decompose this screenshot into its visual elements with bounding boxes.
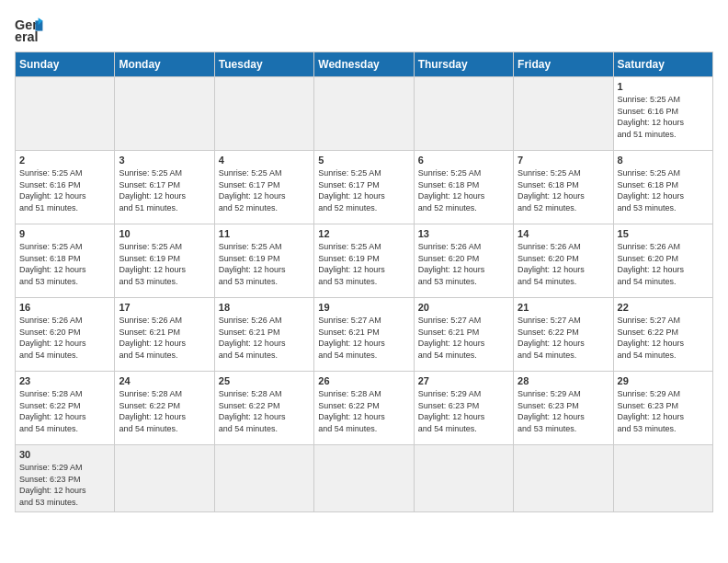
day-number: 8 bbox=[618, 155, 709, 166]
day-info: Sunrise: 5:26 AM Sunset: 6:21 PM Dayligh… bbox=[219, 315, 310, 361]
day-info: Sunrise: 5:29 AM Sunset: 6:23 PM Dayligh… bbox=[518, 388, 609, 434]
day-info: Sunrise: 5:27 AM Sunset: 6:22 PM Dayligh… bbox=[618, 315, 709, 361]
calendar-cell: 29Sunrise: 5:29 AM Sunset: 6:23 PM Dayli… bbox=[613, 372, 712, 445]
calendar-cell: 22Sunrise: 5:27 AM Sunset: 6:22 PM Dayli… bbox=[613, 298, 712, 372]
day-number: 9 bbox=[19, 228, 110, 239]
calendar-cell: 3Sunrise: 5:25 AM Sunset: 6:17 PM Daylig… bbox=[115, 151, 214, 224]
calendar-cell: 5Sunrise: 5:25 AM Sunset: 6:17 PM Daylig… bbox=[314, 151, 414, 224]
calendar-cell bbox=[214, 77, 313, 151]
calendar-cell: 7Sunrise: 5:25 AM Sunset: 6:18 PM Daylig… bbox=[514, 151, 613, 224]
day-info: Sunrise: 5:28 AM Sunset: 6:22 PM Dayligh… bbox=[119, 388, 210, 434]
day-info: Sunrise: 5:26 AM Sunset: 6:20 PM Dayligh… bbox=[618, 241, 709, 287]
calendar-week-row: 23Sunrise: 5:28 AM Sunset: 6:22 PM Dayli… bbox=[16, 372, 713, 445]
calendar-cell bbox=[16, 77, 115, 151]
logo: Gen eral bbox=[15, 15, 48, 44]
day-info: Sunrise: 5:26 AM Sunset: 6:20 PM Dayligh… bbox=[418, 241, 509, 287]
calendar-cell: 11Sunrise: 5:25 AM Sunset: 6:19 PM Dayli… bbox=[214, 224, 313, 298]
weekday-header-thursday: Thursday bbox=[414, 52, 513, 77]
day-info: Sunrise: 5:27 AM Sunset: 6:22 PM Dayligh… bbox=[518, 315, 609, 361]
calendar-cell bbox=[115, 445, 214, 512]
day-info: Sunrise: 5:25 AM Sunset: 6:16 PM Dayligh… bbox=[618, 94, 709, 140]
calendar-cell: 24Sunrise: 5:28 AM Sunset: 6:22 PM Dayli… bbox=[115, 372, 214, 445]
day-number: 29 bbox=[618, 375, 709, 386]
day-number: 4 bbox=[219, 155, 310, 166]
day-number: 27 bbox=[418, 375, 509, 386]
day-number: 1 bbox=[618, 81, 709, 92]
weekday-header-tuesday: Tuesday bbox=[214, 52, 313, 77]
calendar-week-row: 2Sunrise: 5:25 AM Sunset: 6:16 PM Daylig… bbox=[16, 151, 713, 224]
day-info: Sunrise: 5:29 AM Sunset: 6:23 PM Dayligh… bbox=[418, 388, 509, 434]
calendar-cell: 15Sunrise: 5:26 AM Sunset: 6:20 PM Dayli… bbox=[613, 224, 712, 298]
calendar-cell: 16Sunrise: 5:26 AM Sunset: 6:20 PM Dayli… bbox=[16, 298, 115, 372]
day-info: Sunrise: 5:25 AM Sunset: 6:16 PM Dayligh… bbox=[19, 167, 110, 213]
day-number: 10 bbox=[119, 228, 210, 239]
day-number: 19 bbox=[318, 302, 409, 313]
calendar-cell bbox=[514, 445, 613, 512]
day-info: Sunrise: 5:26 AM Sunset: 6:21 PM Dayligh… bbox=[119, 315, 210, 361]
weekday-header-friday: Friday bbox=[514, 52, 613, 77]
calendar-week-row: 16Sunrise: 5:26 AM Sunset: 6:20 PM Dayli… bbox=[16, 298, 713, 372]
calendar-cell: 23Sunrise: 5:28 AM Sunset: 6:22 PM Dayli… bbox=[16, 372, 115, 445]
day-info: Sunrise: 5:25 AM Sunset: 6:19 PM Dayligh… bbox=[219, 241, 310, 287]
calendar-cell bbox=[115, 77, 214, 151]
calendar-cell: 4Sunrise: 5:25 AM Sunset: 6:17 PM Daylig… bbox=[214, 151, 313, 224]
calendar-cell: 12Sunrise: 5:25 AM Sunset: 6:19 PM Dayli… bbox=[314, 224, 414, 298]
day-number: 16 bbox=[19, 302, 110, 313]
day-info: Sunrise: 5:25 AM Sunset: 6:18 PM Dayligh… bbox=[518, 167, 609, 213]
day-number: 7 bbox=[518, 155, 609, 166]
calendar-cell: 25Sunrise: 5:28 AM Sunset: 6:22 PM Dayli… bbox=[214, 372, 313, 445]
day-info: Sunrise: 5:25 AM Sunset: 6:19 PM Dayligh… bbox=[119, 241, 210, 287]
calendar-week-row: 9Sunrise: 5:25 AM Sunset: 6:18 PM Daylig… bbox=[16, 224, 713, 298]
calendar-cell: 6Sunrise: 5:25 AM Sunset: 6:18 PM Daylig… bbox=[414, 151, 513, 224]
day-info: Sunrise: 5:26 AM Sunset: 6:20 PM Dayligh… bbox=[19, 315, 110, 361]
calendar-week-row: 1Sunrise: 5:25 AM Sunset: 6:16 PM Daylig… bbox=[16, 77, 713, 151]
svg-text:eral: eral bbox=[15, 29, 39, 44]
calendar-cell: 20Sunrise: 5:27 AM Sunset: 6:21 PM Dayli… bbox=[414, 298, 513, 372]
day-number: 5 bbox=[318, 155, 409, 166]
day-info: Sunrise: 5:29 AM Sunset: 6:23 PM Dayligh… bbox=[618, 388, 709, 434]
logo-icon: Gen eral bbox=[15, 15, 44, 44]
day-info: Sunrise: 5:25 AM Sunset: 6:17 PM Dayligh… bbox=[119, 167, 210, 213]
day-number: 14 bbox=[518, 228, 609, 239]
calendar-table: SundayMondayTuesdayWednesdayThursdayFrid… bbox=[15, 52, 713, 512]
day-number: 15 bbox=[618, 228, 709, 239]
day-info: Sunrise: 5:28 AM Sunset: 6:22 PM Dayligh… bbox=[219, 388, 310, 434]
day-info: Sunrise: 5:25 AM Sunset: 6:18 PM Dayligh… bbox=[418, 167, 509, 213]
day-number: 28 bbox=[518, 375, 609, 386]
calendar-cell: 26Sunrise: 5:28 AM Sunset: 6:22 PM Dayli… bbox=[314, 372, 414, 445]
day-number: 17 bbox=[119, 302, 210, 313]
day-info: Sunrise: 5:27 AM Sunset: 6:21 PM Dayligh… bbox=[418, 315, 509, 361]
calendar-cell: 27Sunrise: 5:29 AM Sunset: 6:23 PM Dayli… bbox=[414, 372, 513, 445]
calendar-cell: 8Sunrise: 5:25 AM Sunset: 6:18 PM Daylig… bbox=[613, 151, 712, 224]
day-info: Sunrise: 5:25 AM Sunset: 6:17 PM Dayligh… bbox=[219, 167, 310, 213]
calendar-cell: 1Sunrise: 5:25 AM Sunset: 6:16 PM Daylig… bbox=[613, 77, 712, 151]
day-number: 2 bbox=[19, 155, 110, 166]
day-number: 26 bbox=[318, 375, 409, 386]
day-number: 23 bbox=[19, 375, 110, 386]
calendar-cell bbox=[314, 445, 414, 512]
calendar-cell bbox=[414, 77, 513, 151]
day-number: 6 bbox=[418, 155, 509, 166]
calendar-cell: 18Sunrise: 5:26 AM Sunset: 6:21 PM Dayli… bbox=[214, 298, 313, 372]
day-number: 18 bbox=[219, 302, 310, 313]
day-number: 21 bbox=[518, 302, 609, 313]
day-number: 3 bbox=[119, 155, 210, 166]
calendar-cell: 10Sunrise: 5:25 AM Sunset: 6:19 PM Dayli… bbox=[115, 224, 214, 298]
page-header: Gen eral bbox=[15, 15, 713, 44]
day-info: Sunrise: 5:29 AM Sunset: 6:23 PM Dayligh… bbox=[19, 462, 110, 508]
calendar-cell: 28Sunrise: 5:29 AM Sunset: 6:23 PM Dayli… bbox=[514, 372, 613, 445]
day-info: Sunrise: 5:25 AM Sunset: 6:17 PM Dayligh… bbox=[318, 167, 409, 213]
calendar-cell bbox=[613, 445, 712, 512]
calendar-week-row: 30Sunrise: 5:29 AM Sunset: 6:23 PM Dayli… bbox=[16, 445, 713, 512]
calendar-cell bbox=[514, 77, 613, 151]
day-info: Sunrise: 5:25 AM Sunset: 6:19 PM Dayligh… bbox=[318, 241, 409, 287]
calendar-cell: 21Sunrise: 5:27 AM Sunset: 6:22 PM Dayli… bbox=[514, 298, 613, 372]
day-number: 30 bbox=[19, 449, 110, 460]
weekday-header-sunday: Sunday bbox=[16, 52, 115, 77]
calendar-cell: 13Sunrise: 5:26 AM Sunset: 6:20 PM Dayli… bbox=[414, 224, 513, 298]
calendar-cell: 9Sunrise: 5:25 AM Sunset: 6:18 PM Daylig… bbox=[16, 224, 115, 298]
weekday-header-saturday: Saturday bbox=[613, 52, 712, 77]
day-number: 24 bbox=[119, 375, 210, 386]
day-info: Sunrise: 5:25 AM Sunset: 6:18 PM Dayligh… bbox=[19, 241, 110, 287]
calendar-cell bbox=[314, 77, 414, 151]
